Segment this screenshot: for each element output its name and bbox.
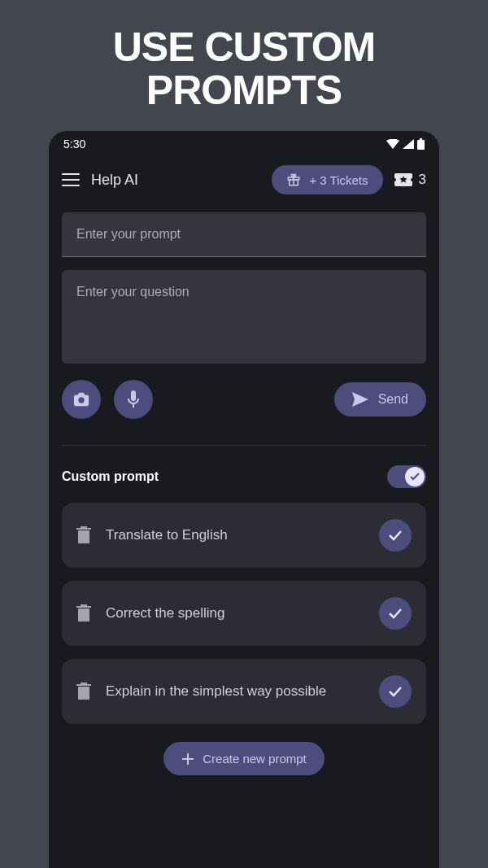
status-time: 5:30 <box>63 137 85 150</box>
svg-rect-8 <box>78 530 89 543</box>
wifi-icon <box>386 139 399 149</box>
mic-icon <box>127 390 140 408</box>
app-bar: Help AI + 3 Tickets 3 <box>49 157 439 206</box>
plus-icon <box>181 752 194 765</box>
status-icons <box>386 138 425 150</box>
trash-icon[interactable] <box>76 526 91 544</box>
main-content: Enter your prompt Enter your question Se… <box>49 206 439 868</box>
send-label: Send <box>378 392 408 407</box>
prompt-label: Translate to English <box>106 526 364 545</box>
divider <box>62 445 426 446</box>
trash-icon[interactable] <box>76 683 91 700</box>
svg-rect-6 <box>131 390 136 401</box>
create-prompt-button[interactable]: Create new prompt <box>163 742 325 775</box>
prompt-select[interactable] <box>379 597 412 630</box>
action-row: Send <box>62 377 426 425</box>
status-bar: 5:30 <box>49 131 439 157</box>
send-button[interactable]: Send <box>334 382 426 417</box>
svg-rect-1 <box>420 138 422 140</box>
prompt-item[interactable]: Correct the spelling <box>62 581 426 646</box>
svg-rect-12 <box>76 606 91 608</box>
promo-title: USE CUSTOM PROMPTS <box>113 26 375 111</box>
svg-rect-14 <box>78 687 89 700</box>
prompt-input[interactable]: Enter your prompt <box>62 212 426 257</box>
svg-point-5 <box>78 397 84 403</box>
camera-icon <box>72 391 90 408</box>
svg-rect-16 <box>81 683 87 684</box>
signal-icon <box>403 139 414 149</box>
svg-rect-10 <box>81 526 87 528</box>
svg-rect-13 <box>81 604 87 606</box>
tickets-button[interactable]: + 3 Tickets <box>272 165 382 194</box>
app-title: Help AI <box>91 172 138 189</box>
gift-icon <box>286 172 301 187</box>
menu-icon[interactable] <box>62 173 80 186</box>
ticket-icon <box>394 173 412 186</box>
prompt-label: Explain in the simplest way possible <box>106 682 364 701</box>
prompt-select[interactable] <box>379 675 412 708</box>
trash-icon[interactable] <box>76 604 91 622</box>
create-label: Create new prompt <box>203 752 307 765</box>
prompt-item[interactable]: Explain in the simplest way possible <box>62 659 426 724</box>
section-title: Custom prompt <box>62 469 159 484</box>
check-icon <box>388 530 403 541</box>
svg-rect-0 <box>417 140 425 150</box>
question-input[interactable]: Enter your question <box>62 270 426 364</box>
svg-rect-9 <box>76 528 91 530</box>
ticket-counter[interactable]: 3 <box>394 172 426 188</box>
phone-frame: 5:30 Help AI + 3 Tickets 3 Enter your pr… <box>49 131 439 868</box>
tickets-label: + 3 Tickets <box>309 173 368 187</box>
custom-prompt-section: Custom prompt <box>62 462 426 490</box>
prompt-select[interactable] <box>379 519 412 552</box>
question-placeholder: Enter your question <box>76 285 190 299</box>
svg-rect-15 <box>76 684 91 686</box>
check-icon <box>388 686 403 697</box>
camera-button[interactable] <box>62 380 101 419</box>
prompt-label: Correct the spelling <box>106 604 364 623</box>
prompt-item[interactable]: Translate to English <box>62 503 426 568</box>
toggle-knob <box>405 467 425 486</box>
ticket-count-value: 3 <box>419 172 426 188</box>
check-icon <box>388 608 403 619</box>
svg-rect-11 <box>78 608 89 622</box>
check-icon <box>410 473 420 481</box>
custom-prompt-toggle[interactable] <box>387 465 426 488</box>
send-icon <box>352 392 368 407</box>
prompt-placeholder: Enter your prompt <box>76 227 181 241</box>
mic-button[interactable] <box>114 380 153 419</box>
battery-icon <box>417 138 425 150</box>
